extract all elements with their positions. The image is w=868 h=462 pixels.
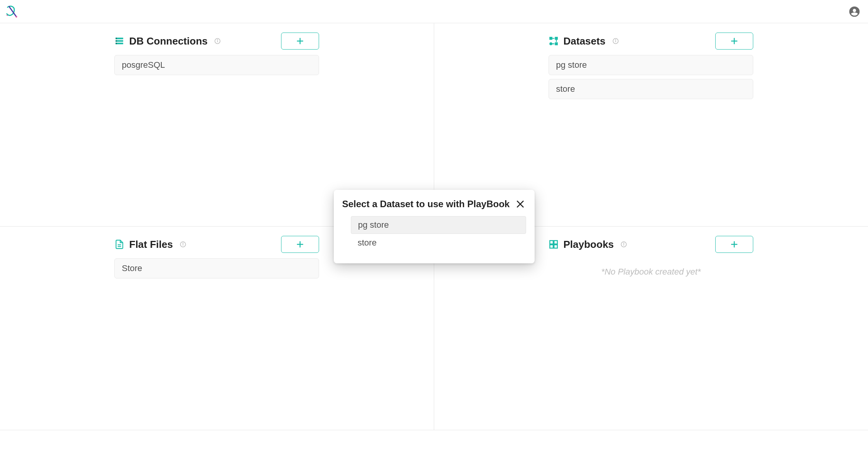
add-flat-file-button[interactable] [281,236,319,253]
modal-option-label: store [358,238,377,248]
svg-point-26 [183,243,183,243]
svg-rect-13 [550,37,552,39]
dataset-item[interactable]: pg store [549,55,753,75]
svg-rect-31 [550,245,554,248]
svg-rect-29 [550,240,554,244]
playbook-icon [549,239,559,249]
db-connection-item-label: posgreSQL [122,60,165,70]
datasets-title: Datasets [563,35,605,47]
svg-point-19 [615,40,616,40]
svg-rect-32 [554,245,557,248]
svg-rect-5 [116,38,117,39]
datasets-header: Datasets [549,33,753,50]
close-icon[interactable] [514,198,526,210]
playbooks-header: Playbooks [549,236,753,253]
logo-wrap [4,4,19,19]
info-icon[interactable] [620,240,628,248]
svg-rect-15 [556,43,557,45]
select-dataset-modal: Select a Dataset to use with PlayBook pg… [334,190,535,263]
svg-rect-6 [116,40,117,42]
db-connection-item[interactable]: posgreSQL [114,55,319,75]
svg-point-35 [624,243,624,243]
flat-file-item-label: Store [122,263,142,273]
info-icon[interactable] [179,240,187,248]
info-icon[interactable] [214,37,221,45]
dataset-item-label: store [556,84,575,94]
add-playbook-button[interactable] [715,236,753,253]
dataset-icon [549,36,559,46]
playbooks-empty-message: *No Playbook created yet* [549,267,753,277]
svg-rect-30 [554,240,557,244]
info-icon[interactable] [612,37,620,45]
user-avatar-icon[interactable] [848,5,861,18]
svg-point-0 [16,16,17,17]
top-bar [0,0,868,23]
add-dataset-button[interactable] [715,33,753,50]
app-logo-icon[interactable] [4,4,19,19]
modal-option[interactable]: store [351,234,526,252]
db-connections-title: DB Connections [129,35,207,47]
flat-files-title: Flat Files [129,239,173,251]
file-icon [114,239,124,249]
playbooks-title: Playbooks [563,239,614,251]
flat-files-header: Flat Files [114,236,319,253]
dataset-item-label: pg store [556,60,587,70]
svg-rect-7 [116,43,117,44]
flat-file-item[interactable]: Store [114,258,319,278]
modal-option-label: pg store [358,220,389,230]
svg-point-16 [550,43,552,45]
modal-option-list: pg store store [342,216,526,252]
db-connections-header: DB Connections [114,33,319,50]
modal-option[interactable]: pg store [351,216,526,234]
svg-point-1 [7,14,8,15]
modal-title: Select a Dataset to use with PlayBook [342,199,510,210]
svg-rect-14 [556,37,557,39]
svg-point-10 [217,40,218,40]
add-db-connection-button[interactable] [281,33,319,50]
dataset-item[interactable]: store [549,79,753,99]
modal-header: Select a Dataset to use with PlayBook [342,198,526,210]
database-icon [114,36,124,46]
